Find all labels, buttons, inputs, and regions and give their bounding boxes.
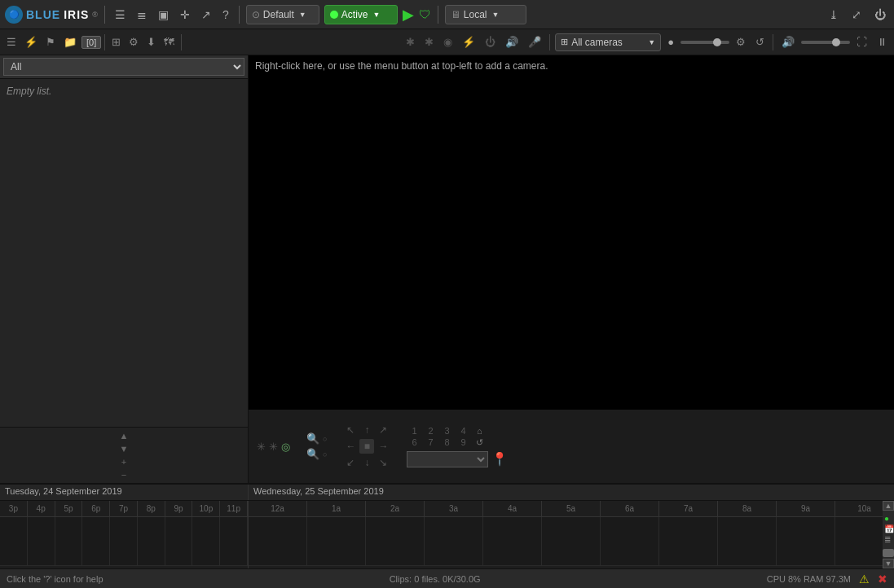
tick-2a: 2a: [366, 501, 425, 516]
toolbar-folder-icon[interactable]: 📁: [60, 34, 80, 50]
camera-speaker-icon[interactable]: 🔊: [502, 34, 522, 50]
toolbar-divider2: [181, 34, 182, 50]
circle-small-icon[interactable]: ○: [323, 435, 327, 443]
numpad-grid: 1 2 3 4 ⌂ 6 7 8 9 ↺: [407, 426, 508, 448]
num1-btn[interactable]: 1: [407, 426, 421, 436]
help-icon-btn[interactable]: ?: [219, 7, 232, 23]
tick-4a: 4a: [483, 501, 542, 516]
camera-flash-icon[interactable]: ⚡: [459, 34, 478, 50]
volume-icon[interactable]: 🔊: [778, 34, 798, 50]
status-bar: Click the '?' icon for help Clips: 0 fil…: [0, 568, 894, 588]
gear-icon2[interactable]: ⚙: [733, 34, 749, 50]
toolbar-map-icon[interactable]: 🗺: [161, 34, 178, 50]
fullscreen-icon[interactable]: ⛶: [853, 34, 870, 50]
expand-icon-btn[interactable]: ⤢: [848, 7, 865, 23]
play-button[interactable]: ▶: [403, 6, 414, 24]
timeline-green-dot[interactable]: ●: [884, 514, 892, 523]
error-icon[interactable]: ✖: [878, 573, 887, 586]
profile-label: Default: [263, 9, 294, 20]
download-icon-btn[interactable]: ⤓: [826, 7, 842, 23]
help-status-text: Click the '?' icon for help: [7, 574, 103, 584]
profile-dropdown[interactable]: ⊙ Default ▼: [246, 5, 319, 24]
preset-dropdown[interactable]: [407, 451, 488, 467]
toolbar-down-icon[interactable]: ⬇: [143, 34, 159, 50]
zoom-in-btn[interactable]: +: [120, 455, 128, 468]
num3-btn[interactable]: 3: [439, 426, 454, 436]
ptz-left-btn[interactable]: ←: [343, 439, 358, 454]
toolbar-settings-icon[interactable]: ⚙: [126, 34, 142, 50]
move-icon-btn[interactable]: ✛: [177, 7, 193, 23]
num7-btn[interactable]: 7: [423, 437, 438, 448]
camera-select-dropdown[interactable]: ⊞ All cameras ▼: [555, 33, 661, 51]
track-cell: [542, 517, 601, 566]
camera-main[interactable]: Right-click here, or use the menu button…: [249, 55, 894, 410]
toolbar-menu-icon[interactable]: ☰: [3, 34, 20, 50]
track-cell: [138, 517, 165, 566]
toolbar-flag-icon[interactable]: ⚑: [42, 34, 59, 50]
num5-btn[interactable]: ⌂: [472, 426, 487, 436]
shield-icon[interactable]: 🛡: [419, 7, 431, 21]
zoom-out-btn[interactable]: −: [120, 468, 128, 481]
camera-settings-icon2[interactable]: ✱: [421, 34, 437, 50]
timeline-scroll-up-btn[interactable]: ▲: [883, 501, 894, 511]
zoom-in-icon[interactable]: 🔍: [306, 432, 319, 445]
asterisk-icon1[interactable]: ✳: [257, 441, 266, 453]
camera-record-icon[interactable]: ◉: [440, 34, 456, 50]
local-dropdown[interactable]: 🖥 Local ▼: [445, 5, 526, 24]
tick-6a: 6a: [601, 501, 659, 516]
scroll-down-btn[interactable]: ▼: [118, 442, 130, 455]
target-icon[interactable]: ◎: [281, 441, 290, 453]
camera-mic-icon[interactable]: 🎤: [525, 34, 544, 50]
local-label: Local: [464, 9, 487, 20]
num10-btn[interactable]: ↺: [472, 437, 487, 448]
active-indicator: [330, 11, 338, 19]
num4-btn[interactable]: 4: [456, 426, 470, 436]
tick-6p: 6p: [82, 501, 110, 516]
numpad-group: 1 2 3 4 ⌂ 6 7 8 9 ↺ 📍: [407, 426, 508, 467]
pause-icon[interactable]: ⏸: [874, 34, 891, 50]
asterisk-icon2[interactable]: ✳: [269, 441, 278, 453]
camera-power-icon[interactable]: ⏻: [482, 34, 499, 50]
refresh-icon[interactable]: ↺: [752, 34, 768, 50]
ptz-upright-btn[interactable]: ↗: [376, 423, 390, 437]
camera-black-area[interactable]: [249, 77, 894, 410]
ptz-up-btn[interactable]: ↑: [359, 423, 374, 437]
ptz-right-btn[interactable]: →: [376, 439, 390, 454]
warning-icon[interactable]: ⚠: [859, 573, 870, 586]
list-icon-btn[interactable]: ≣: [134, 7, 150, 23]
timeline-track-left[interactable]: [0, 517, 248, 566]
ptz-down-btn[interactable]: ↓: [359, 455, 374, 470]
num9-btn[interactable]: 9: [456, 437, 470, 448]
num6-btn[interactable]: 6: [407, 437, 421, 448]
circle-small-icon2[interactable]: ○: [323, 450, 327, 459]
menu-icon-btn[interactable]: ☰: [112, 7, 129, 23]
num8-btn[interactable]: 8: [439, 437, 454, 448]
ptz-downleft-btn[interactable]: ↙: [343, 455, 358, 470]
ptz-center-btn[interactable]: ■: [359, 439, 374, 454]
camera-filter-select[interactable]: All: [3, 58, 244, 76]
timeline-list-icon[interactable]: ≣: [884, 535, 892, 544]
scroll-up-btn[interactable]: ▲: [118, 429, 130, 442]
zoom-out-icon[interactable]: 🔍: [306, 448, 319, 460]
marker-icon[interactable]: 📍: [491, 451, 508, 467]
timeline-calendar-icon[interactable]: 📅: [884, 524, 892, 533]
ptz-upleft-btn[interactable]: ↖: [343, 423, 358, 437]
local-divider: [438, 6, 438, 24]
monitor-icon-btn[interactable]: ▣: [155, 7, 172, 23]
timeline-scroll-down-btn[interactable]: ▼: [883, 559, 894, 568]
chart-icon-btn[interactable]: ↗: [198, 7, 214, 23]
tick-9a: 9a: [777, 501, 835, 516]
timeline: Tuesday, 24 September 2019 Wednesday, 25…: [0, 483, 894, 568]
toolbar-pin-icon[interactable]: ⚡: [21, 34, 41, 50]
camera-settings-icon1[interactable]: ✱: [403, 34, 418, 50]
active-dropdown[interactable]: Active ▼: [324, 5, 398, 24]
brightness-slider[interactable]: [680, 41, 729, 44]
toolbar-grid-icon[interactable]: ⊞: [108, 34, 124, 50]
num2-btn[interactable]: 2: [423, 426, 438, 436]
ptz-downright-btn[interactable]: ↘: [376, 455, 390, 470]
volume-slider[interactable]: [801, 41, 850, 44]
timeline-scroll-thumb[interactable]: [883, 549, 894, 557]
power-icon-btn[interactable]: ⏻: [871, 7, 889, 23]
track-cell: [777, 517, 835, 566]
timeline-track-right[interactable]: [249, 517, 894, 566]
